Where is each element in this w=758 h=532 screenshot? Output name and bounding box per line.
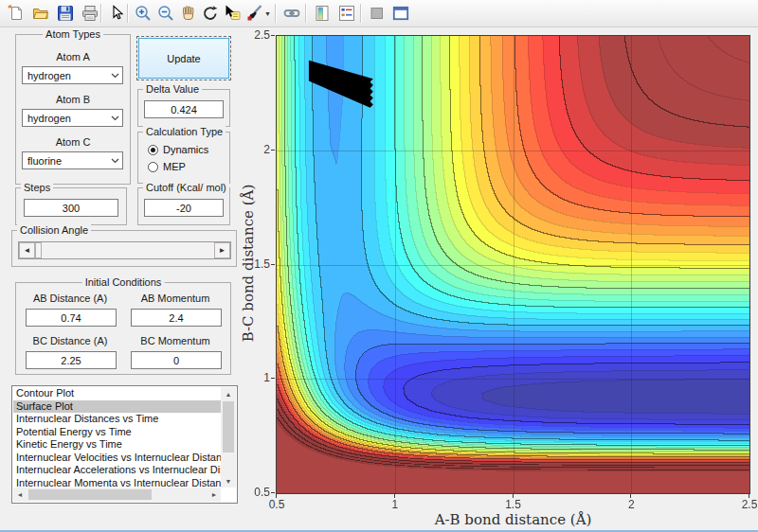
atom-c-dropdown[interactable]: fluorine [22,151,123,169]
pan-icon [179,4,198,23]
cutoff-input[interactable] [144,199,224,217]
y-tick-label: 1 [242,371,270,384]
bc-momentum-input[interactable] [131,351,222,369]
scroll-right-arrow[interactable]: ► [208,488,221,502]
link-plot-button[interactable] [280,2,303,25]
vertical-scrollbar[interactable]: ▲ ▼ [221,387,236,488]
zoom-out-icon [156,4,175,23]
mep-radio-label: MEP [163,161,186,172]
list-item[interactable]: Potential Energy vs Time [13,426,221,439]
brush-button[interactable] [244,2,266,25]
ab-momentum-input[interactable] [131,309,222,327]
insert-legend-button[interactable] [335,2,358,25]
steps-title: Steps [21,182,53,193]
list-item[interactable]: Contour Plot [13,387,221,400]
list-item[interactable]: Internuclear Velocities vs Internuclear … [13,452,221,465]
save-icon [56,4,75,23]
steps-input[interactable] [24,199,118,217]
hide-plot-tools-icon [368,4,387,23]
plot-area: A-B bond distance (Å) B-C bond distance … [276,35,749,492]
calculation-type-title: Calculation Type [143,126,226,137]
radio-icon [148,145,158,155]
steps-panel: Steps [15,187,127,225]
open-file-button[interactable] [29,2,52,25]
rotate-3d-button[interactable] [199,2,222,25]
atom-types-title: Atom Types [43,28,103,40]
update-button[interactable]: Update [138,38,229,79]
ab-distance-label: AB Distance (A) [26,293,115,304]
vertical-scroll-thumb[interactable] [223,401,234,452]
pointer-tool-button[interactable] [105,2,128,25]
contour-canvas[interactable] [276,35,750,494]
y-tick-mark [271,378,275,379]
list-item[interactable]: Kinetic Energy vs Time [13,438,221,452]
pointer-icon [107,4,126,23]
delta-value-input[interactable] [144,100,224,118]
slider-right-arrow[interactable]: ► [214,242,230,258]
list-item[interactable]: Internuclear Distances vs Time [13,413,221,426]
ab-distance-input[interactable] [26,309,117,327]
scroll-up-arrow[interactable]: ▲ [221,387,236,400]
new-file-icon [7,4,26,23]
horizontal-scroll-thumb[interactable] [28,489,152,500]
atom-c-label: Atom C [16,136,130,148]
y-tick-mark [271,264,275,265]
data-cursor-button[interactable] [221,2,244,25]
x-tick-label: 1.5 [500,498,527,511]
chevron-down-icon [107,152,122,168]
new-file-button[interactable] [5,2,27,25]
scroll-down-arrow[interactable]: ▼ [221,474,236,488]
slider-left-arrow[interactable]: ◄ [19,242,35,258]
bc-distance-label: BC Distance (A) [26,335,115,346]
zoom-out-button[interactable] [154,2,177,25]
pan-button[interactable] [177,2,200,25]
link-plot-icon [282,4,301,23]
chevron-down-icon [107,110,122,126]
delta-value-panel: Delta Value [137,89,230,127]
dynamics-radio[interactable]: Dynamics [148,143,208,156]
rotate-3d-icon [201,4,220,23]
x-tick-label: 2 [618,498,644,511]
initial-conditions-title: Initial Conditions [82,276,165,288]
y-tick-label: 1.5 [242,257,270,271]
x-tick-mark [749,494,749,498]
atom-a-dropdown[interactable]: hydrogen [22,66,123,84]
bc-distance-input[interactable] [26,351,117,369]
figure-toolbar: ▼ [0,0,758,27]
mep-radio[interactable]: MEP [148,160,186,173]
list-item[interactable]: Surface Plot [13,400,221,414]
collision-angle-panel: Collision Angle ◄ ► [11,230,237,267]
show-plot-tools-button[interactable] [389,2,412,25]
brush-dropdown-caret[interactable]: ▼ [264,10,271,17]
zoom-in-icon [134,4,153,23]
atom-b-dropdown[interactable]: hydrogen [22,109,123,127]
slider-thumb[interactable] [35,242,42,258]
toolbar-separator [360,4,362,23]
list-item[interactable]: Internuclear Accelerations vs Internucle… [13,464,221,477]
matlab-figure-window: ▼ Atom Types Atom A hydrogen Atom B hydr… [0,0,758,532]
x-tick-mark [276,494,277,498]
brush-icon [245,4,264,23]
atom-a-value: hydrogen [27,70,71,81]
horizontal-scrollbar[interactable]: ◄ ► [13,488,221,502]
atom-b-label: Atom B [16,94,130,105]
y-tick-label: 2.5 [242,28,270,42]
list-item[interactable]: Internuclear Momenta vs Internuclear Dis… [13,477,221,488]
plot-type-list-rows: Contour PlotSurface PlotInternuclear Dis… [13,387,221,488]
chevron-down-icon [107,67,122,83]
save-button[interactable] [54,2,77,25]
hide-plot-tools-button[interactable] [366,2,388,25]
show-plot-tools-icon [391,4,410,23]
calculation-type-panel: Calculation Type Dynamics MEP [137,132,230,184]
print-button[interactable] [79,2,101,25]
atom-b-value: hydrogen [27,113,71,124]
insert-colorbar-button[interactable] [311,2,334,25]
zoom-in-button[interactable] [132,2,154,25]
cutoff-title: Cutoff (Kcal/ mol) [143,182,229,193]
y-tick-mark [271,492,275,493]
plot-type-listbox[interactable]: Contour PlotSurface PlotInternuclear Dis… [11,385,238,504]
toolbar-separator [100,4,102,23]
scroll-left-arrow[interactable]: ◄ [13,488,27,502]
collision-angle-slider[interactable]: ◄ ► [18,241,231,259]
delta-value-title: Delta Value [143,83,202,95]
